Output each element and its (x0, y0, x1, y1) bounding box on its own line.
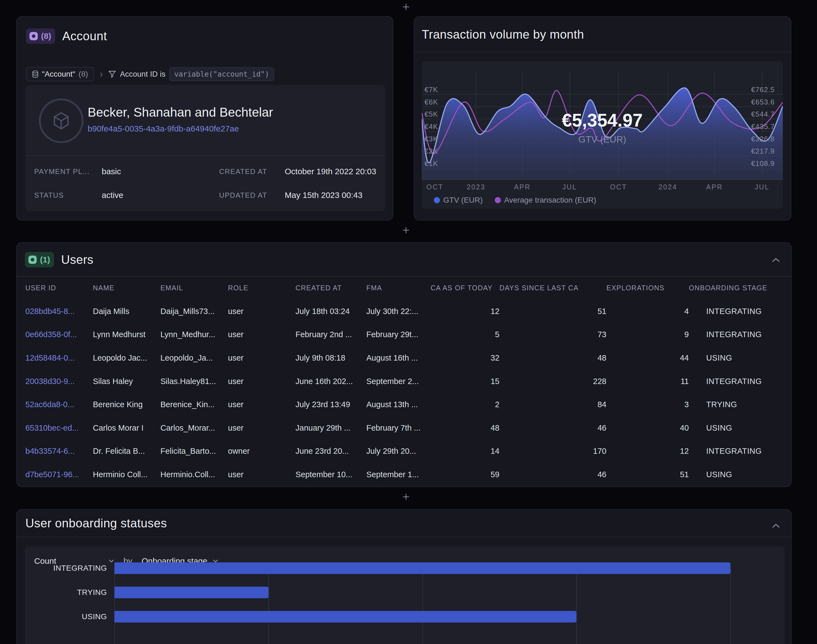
cell-user-id-link[interactable]: 12d58484-0... (25, 353, 93, 362)
cell-created-at: January 29th ... (296, 423, 366, 432)
table-row[interactable]: 65310bec-ed... Carlos Morar I Carlos_Mor… (17, 416, 791, 440)
onboarding-collapse-button[interactable] (769, 519, 783, 532)
cell-user-id-link[interactable]: 0e66d358-0f... (25, 330, 93, 339)
chart-card-title: Transaction volume by month (422, 28, 584, 41)
avatar (39, 98, 84, 143)
cell-onboarding-stage: INTEGRATING (689, 330, 783, 339)
cell-days-since-last-ca: 51 (500, 307, 606, 316)
column-header: EXPLORATIONS (606, 284, 689, 292)
cell-onboarding-stage: INTEGRATING (689, 377, 783, 386)
cell-name: Carlos Morar I (93, 423, 161, 432)
cell-email: Carlos_Morar... (161, 423, 228, 432)
cell-created-at: June 16th 202... (296, 377, 366, 386)
filter-variable-chip[interactable]: variable("account_id") (169, 67, 274, 81)
x-tick-label: OCT (426, 183, 443, 191)
cell-days-since-last-ca: 46 (500, 423, 606, 432)
cell-email: Felicita_Barto... (161, 446, 228, 456)
column-header: CREATED AT (296, 284, 366, 292)
bar-chart-panel: Count by Onboarding stage INTEGRATINGTRY… (25, 546, 785, 644)
area-chart-panel: €7K€6K€5K€4K€3K€2K€1K €762.5€653.6€544.7… (422, 61, 783, 209)
legend-dot-icon (434, 197, 440, 203)
cell-role: user (228, 353, 296, 362)
cell-role: user (228, 470, 296, 479)
cell-user-id-link[interactable]: 028bdb45-8... (25, 307, 93, 316)
cell-user-id-link[interactable]: 20038d30-9... (25, 377, 93, 386)
cell-role: user (228, 330, 296, 339)
cell-role: user (228, 400, 296, 409)
cell-email: Lynn_Medhur... (161, 330, 228, 339)
record-fields: PAYMENT PL... basic CREATED AT October 1… (25, 159, 385, 207)
legend-label: GTV (EUR) (443, 196, 483, 205)
column-header: EMAIL (161, 284, 228, 292)
x-tick-label: 2024 (659, 183, 677, 191)
field-label: STATUS (34, 191, 102, 199)
cell-user-id-link[interactable]: 65310bec-ed... (25, 423, 93, 432)
table-row[interactable]: b4b33574-6... Dr. Felicita B... Felicita… (17, 440, 791, 463)
add-block-button-middle[interactable] (399, 224, 412, 237)
panel-divider (25, 155, 385, 156)
field-label: UPDATED AT (219, 191, 285, 199)
cell-user-id-link[interactable]: 52ac6da8-0... (25, 400, 93, 409)
table-row[interactable]: 20038d30-9... Silas Haley Silas.Haley81.… (17, 370, 791, 393)
x-tick-label: 2023 (467, 183, 485, 191)
users-collapse-button[interactable] (769, 253, 783, 267)
table-row[interactable]: 12d58484-0... Leopoldo Jac... Leopoldo_J… (17, 346, 791, 370)
x-tick-label: JUL (562, 183, 577, 191)
area-chart (422, 61, 783, 180)
bar (114, 563, 730, 574)
column-header: ROLE (228, 284, 296, 292)
legend-item[interactable]: GTV (EUR) (434, 196, 483, 205)
column-header: USER ID (25, 284, 93, 292)
record-icon (29, 31, 38, 41)
cell-name: Lynn Medhurst (93, 330, 161, 339)
cell-name: Leopoldo Jac... (93, 353, 161, 362)
breadcrumb-table-pill[interactable]: "Account" (8) (26, 67, 94, 81)
cell-user-id-link[interactable]: b4b33574-6... (25, 446, 93, 456)
card-header-divider (414, 52, 791, 52)
legend-label: Average transaction (EUR) (504, 196, 596, 205)
add-block-button-bottom[interactable] (399, 490, 412, 503)
chevron-right-icon: › (99, 69, 103, 79)
table-row[interactable]: 52ac6da8-0... Berenice King Berenice_Kin… (17, 393, 791, 416)
field-label: CREATED AT (219, 167, 285, 176)
record-id-link[interactable]: b90fe4a5-0035-4a3a-9fdb-a64940fe27ae (87, 124, 239, 133)
cell-explorations: 11 (606, 377, 689, 386)
cell-days-since-last-ca: 84 (500, 400, 606, 409)
column-header: NAME (93, 284, 161, 292)
plus-icon (402, 493, 410, 501)
cell-name: Herminio Coll... (93, 470, 161, 479)
column-header: FMA (366, 284, 431, 292)
cell-email: Herminio.Coll... (161, 470, 228, 479)
cell-explorations: 51 (606, 470, 689, 479)
users-table-header: USER IDNAMEEMAILROLECREATED ATFMACA AS O… (17, 276, 791, 300)
filter-funnel-icon (108, 70, 116, 78)
users-card: (1) Users USER IDNAMEEMAILROLECREATED AT… (16, 242, 792, 487)
cell-ca-as-of-today: 59 (431, 470, 500, 479)
column-header: CA AS OF TODAY (431, 284, 500, 292)
cell-fma: February 29t... (366, 330, 431, 339)
cell-user-id-link[interactable]: d7be5071-96... (25, 470, 93, 479)
account-record-count: (8) (41, 31, 51, 41)
users-table-body: 028bdb45-8... Daija Mills Daija_Mills73.… (17, 300, 791, 486)
cell-email: Silas.Haley81... (161, 377, 228, 386)
table-row[interactable]: 0e66d358-0f... Lynn Medhurst Lynn_Medhur… (17, 323, 791, 347)
cell-email: Berenice_Kin... (161, 400, 228, 409)
legend-item[interactable]: Average transaction (EUR) (495, 196, 596, 205)
x-tick-label: APR (706, 183, 723, 191)
cell-fma: February 7th ... (366, 423, 431, 432)
add-block-button-top[interactable] (399, 0, 412, 14)
table-row[interactable]: 028bdb45-8... Daija Mills Daija_Mills73.… (17, 300, 791, 323)
cell-created-at: July 23rd 13:49 (296, 400, 366, 409)
cell-fma: August 13th ... (366, 400, 431, 409)
plus-icon (402, 3, 410, 11)
cell-created-at: July 18th 03:24 (296, 307, 366, 316)
onboarding-statuses-card: User onboarding statuses Count by Onboar… (16, 509, 792, 644)
bar-chart-rows: INTEGRATINGTRYINGUSING (25, 556, 785, 629)
bar-row: INTEGRATING (25, 556, 785, 580)
cell-ca-as-of-today: 12 (431, 307, 500, 316)
cell-fma: September 2... (366, 377, 431, 386)
cell-days-since-last-ca: 46 (500, 470, 606, 479)
breadcrumb-table-name: "Account" (42, 70, 75, 78)
cell-created-at: June 23rd 20... (296, 446, 366, 456)
table-row[interactable]: d7be5071-96... Herminio Coll... Herminio… (17, 463, 791, 486)
